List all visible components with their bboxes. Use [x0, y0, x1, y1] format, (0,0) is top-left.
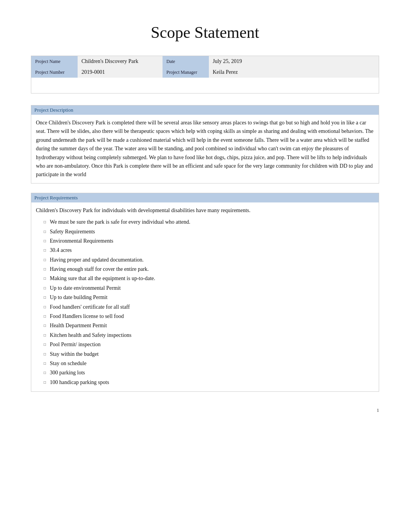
list-item: 100 handicap parking spots [44, 378, 374, 387]
project-manager-label: Project Manager [163, 67, 209, 78]
list-item: Having enough staff for cover the entire… [44, 265, 374, 274]
list-item: We must be sure the park is safe for eve… [44, 218, 374, 226]
list-item: Health Department Permit [44, 321, 374, 330]
project-manager-value: Keila Perez [209, 67, 379, 78]
list-item: Up to date building Permit [44, 293, 374, 302]
project-name-label: Project Name [31, 56, 78, 67]
page-title: Scope Statement [31, 23, 379, 42]
project-requirements-header: Project Requirements [31, 193, 379, 202]
list-item: Having proper and updated documentation. [44, 256, 374, 264]
project-number-row: Project Number 2019-0001 Project Manager… [31, 67, 379, 78]
project-description-body: Once Children's Discovery Park is comple… [31, 115, 379, 183]
list-item: Stay on schedule [44, 359, 374, 368]
list-item: Safety Requirements [44, 228, 374, 236]
list-item: 30.4 acres [44, 246, 374, 255]
date-label: Date [163, 56, 209, 67]
list-item: Food Handlers license to sell food [44, 312, 374, 321]
project-name-row: Project Name Children's Discovery Park D… [31, 56, 379, 67]
list-item: Environmental Requirements [44, 237, 374, 245]
project-name-value: Children's Discovery Park [78, 56, 163, 67]
project-number-label: Project Number [31, 67, 78, 78]
project-description-section: Project Description Once Children's Disc… [31, 105, 379, 184]
list-item: Pool Permit/ inspection [44, 340, 374, 349]
requirements-intro: Children's Discovery Park for individual… [36, 206, 374, 215]
project-description-header: Project Description [31, 105, 379, 115]
page-number: 1 [31, 407, 379, 413]
list-item: Making sure that all the equipment is up… [44, 274, 374, 283]
list-item: Up to date environmental Permit [44, 284, 374, 292]
project-requirements-section: Project Requirements Children's Discover… [31, 193, 379, 392]
project-requirements-body: Children's Discovery Park for individual… [31, 202, 379, 391]
list-item: Stay within the budget [44, 350, 374, 359]
requirements-list: We must be sure the park is safe for eve… [36, 218, 374, 387]
project-info-table: Project Name Children's Discovery Park D… [31, 56, 379, 78]
project-number-value: 2019-0001 [78, 67, 163, 78]
list-item: Kitchen health and Safety inspections [44, 331, 374, 340]
list-item: Food handlers' certificate for all staff [44, 303, 374, 311]
list-item: 300 parking lots [44, 369, 374, 377]
date-value: July 25, 2019 [209, 56, 379, 67]
info-table-container: Project Name Children's Discovery Park D… [31, 56, 379, 93]
